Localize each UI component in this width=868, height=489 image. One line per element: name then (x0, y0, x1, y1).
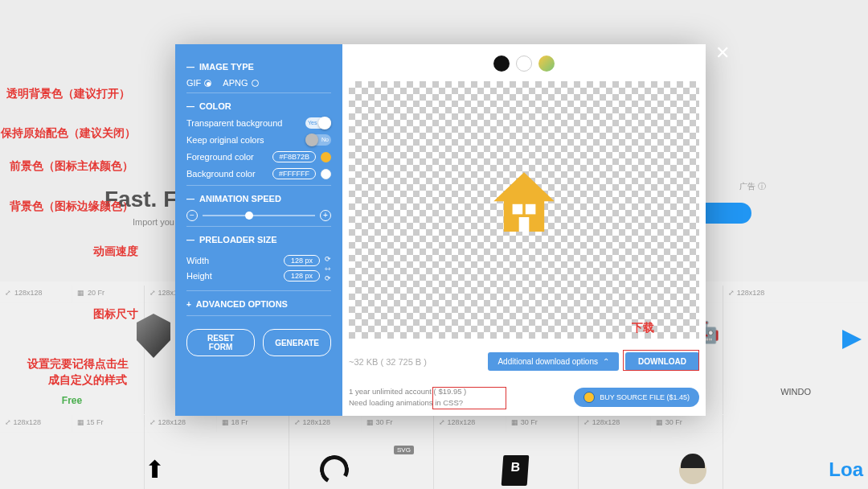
frames-icon: ▦ (77, 289, 84, 297)
section-preloader-size[interactable]: — PRELOADER SIZE (186, 235, 331, 244)
section-advanced[interactable]: + ADVANCED OPTIONS (186, 299, 331, 309)
arrow-up-icon: ⬆ (145, 455, 165, 483)
transparent-bg-toggle[interactable]: Yes (305, 117, 331, 129)
expand-icon: ⤢ (5, 289, 11, 297)
radio-apng[interactable]: APNG (223, 78, 258, 88)
speed-increase-button[interactable]: + (320, 210, 331, 221)
palette-black[interactable] (493, 55, 510, 72)
svg-rect-3 (519, 217, 530, 232)
refresh-icon[interactable]: ⟳ (325, 255, 331, 263)
file-size-info: ~32 KB ( 32 725 B ) (349, 357, 481, 367)
speed-slider[interactable] (203, 215, 315, 216)
background-swatch[interactable] (321, 169, 331, 179)
preview-canvas (349, 81, 699, 339)
width-label: Width (186, 256, 209, 265)
foreground-color-label: Foreground color (186, 152, 254, 162)
annotation-text: 图标尺寸 (93, 307, 138, 322)
annotation-text: 下载 (632, 321, 654, 335)
hero-subtitle: Import you (133, 217, 174, 227)
collapse-icon[interactable]: — (186, 236, 194, 244)
collapse-icon[interactable]: — (186, 102, 194, 111)
foreground-hex-input[interactable]: #F8B72B (272, 151, 316, 162)
annotation-text: 动画速度 (93, 244, 138, 259)
section-color[interactable]: — COLOR (186, 101, 331, 111)
section-animation-speed[interactable]: — ANIMATION SPEED (186, 194, 331, 203)
download-button[interactable]: DOWNLOAD (625, 352, 699, 371)
house-icon (488, 166, 560, 239)
svg-rect-1 (513, 204, 523, 215)
generate-button[interactable]: GENERATE (263, 329, 331, 356)
collapse-icon[interactable]: — (186, 195, 194, 203)
reset-form-button[interactable]: RESET FORM (186, 329, 255, 356)
transparent-bg-label: Transparent background (186, 118, 282, 128)
height-label: Height (186, 271, 212, 281)
download-options-button[interactable]: Additional download options⌃ (488, 352, 619, 371)
preview-area: ~32 KB ( 32 725 B ) Additional download … (342, 44, 706, 416)
link-icon[interactable]: ⇿ (325, 265, 331, 273)
loa-text: Loa (829, 458, 863, 481)
buy-source-button[interactable]: BUY SOURCE FILE ($1.45) (574, 388, 699, 407)
refresh-icon[interactable]: ⟳ (325, 274, 331, 282)
expand-icon[interactable]: + (186, 300, 191, 309)
ad-label: 广告 ⓘ (739, 181, 766, 192)
keep-original-toggle[interactable]: No (305, 134, 331, 146)
svg-badge: SVG (394, 446, 414, 454)
radio-gif[interactable]: GIF (186, 78, 211, 88)
annotation-text: 前景色（图标主体颜色） (10, 159, 133, 174)
grid-cell[interactable]: ⤢128x128 ▦20 Fr Free (0, 286, 145, 414)
options-sidebar: — IMAGE TYPE GIF APNG — COLOR Transparen… (175, 44, 342, 416)
width-input[interactable]: 128 px (284, 255, 320, 266)
background-color-label: Background color (186, 169, 256, 179)
close-icon[interactable]: ✕ (715, 43, 730, 64)
face-icon (679, 457, 706, 484)
chevron-up-icon: ⌃ (603, 357, 609, 366)
customize-modal: ✕ — IMAGE TYPE GIF APNG — COLOR Transpar… (175, 44, 706, 416)
height-input[interactable]: 128 px (284, 270, 320, 281)
foreground-swatch[interactable] (321, 152, 331, 162)
annotation-text: 成自定义的样式 (48, 373, 127, 388)
background-hex-input[interactable]: #FFFFFF (272, 168, 316, 179)
b-icon: B (502, 455, 530, 486)
palette-gradient[interactable] (538, 55, 555, 72)
collapse-icon[interactable]: — (186, 63, 194, 72)
keep-original-label: Keep original colors (186, 135, 264, 145)
grid-cell[interactable]: ⤢ 128x128 WINDO (723, 286, 868, 414)
coin-icon (583, 392, 595, 403)
slider-thumb[interactable] (245, 212, 253, 220)
account-info: 1 year unlimited account ( $19.95 ) Need… (349, 386, 574, 408)
annotation-text: 设置完要记得点击生 (27, 357, 129, 372)
annotation-text: 透明背景色（建议打开） (6, 87, 130, 101)
svg-rect-2 (526, 204, 536, 215)
speed-decrease-button[interactable]: − (186, 210, 198, 221)
palette-white[interactable] (516, 55, 532, 72)
annotation-text: 保持原始配色（建议关闭） (1, 126, 136, 141)
annotation-text: 背景色（图标边缘颜色） (10, 199, 133, 214)
section-image-type[interactable]: — IMAGE TYPE (186, 62, 331, 72)
